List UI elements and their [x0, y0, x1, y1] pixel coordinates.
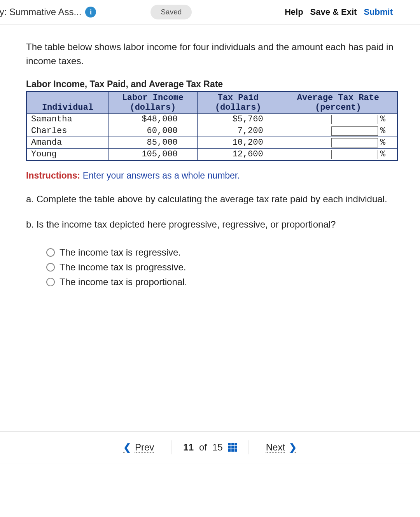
cell-tax: $5,760: [197, 114, 279, 125]
cell-rate: %: [279, 149, 397, 161]
part-a: a. Complete the table above by calculati…: [26, 193, 398, 206]
table-row: Samantha$48,000$5,760%: [27, 114, 398, 125]
cell-income: 105,000: [108, 149, 197, 161]
cell-name: Young: [27, 149, 108, 161]
percent-symbol: %: [380, 114, 385, 124]
percent-symbol: %: [380, 126, 385, 136]
rate-input[interactable]: [331, 115, 378, 124]
col-rate: Average Tax Rate(percent): [279, 92, 397, 114]
page-indicator[interactable]: 11 of 15: [171, 440, 248, 454]
instructions-text: Enter your answers as a whole number.: [80, 170, 240, 181]
option-label: The income tax is regressive.: [60, 247, 181, 258]
grid-icon: [228, 443, 237, 452]
radio-icon: [46, 278, 55, 286]
cell-rate: %: [279, 114, 397, 125]
help-button[interactable]: Help: [285, 7, 303, 17]
instructions: Instructions: Enter your answers as a wh…: [26, 170, 398, 181]
cell-name: Samantha: [27, 114, 108, 125]
rate-input[interactable]: [331, 126, 378, 136]
cell-rate: %: [279, 125, 397, 137]
col-income: Labor Income(dollars): [108, 92, 197, 114]
assignment-title-area: ply: Summative Ass... i: [0, 7, 96, 18]
col-tax: Tax Paid(dollars): [197, 92, 279, 114]
info-icon[interactable]: i: [85, 7, 96, 18]
table-header-row: Individual Labor Income(dollars) Tax Pai…: [27, 92, 398, 114]
top-actions: Help Save & Exit Submit: [285, 7, 420, 17]
table-row: Charles60,0007,200%: [27, 125, 398, 137]
chevron-right-icon: ❯: [289, 442, 297, 453]
rate-input[interactable]: [331, 138, 378, 147]
top-bar: ply: Summative Ass... i Saved Help Save …: [0, 0, 420, 25]
cell-tax: 10,200: [197, 137, 279, 149]
radio-icon: [46, 263, 55, 272]
table-row: Amanda85,00010,200%: [27, 137, 398, 149]
col-individual: Individual: [27, 92, 108, 114]
cell-name: Amanda: [27, 137, 108, 149]
submit-button[interactable]: Submit: [364, 7, 393, 17]
option[interactable]: The income tax is regressive.: [46, 247, 398, 258]
assignment-title: ply: Summative Ass...: [0, 7, 81, 18]
cell-income: 85,000: [108, 137, 197, 149]
table-title: Labor Income, Tax Paid, and Average Tax …: [26, 79, 398, 89]
next-button[interactable]: Next ❯: [254, 440, 308, 454]
data-table: Individual Labor Income(dollars) Tax Pai…: [26, 91, 398, 161]
question-content: The table below shows labor income for f…: [4, 25, 420, 307]
cell-rate: %: [279, 137, 397, 149]
page-total: 15: [212, 442, 223, 453]
instructions-label: Instructions:: [26, 170, 80, 181]
page-current: 11: [183, 442, 194, 453]
saved-indicator: Saved: [150, 5, 192, 19]
bottom-nav: ❮ Prev 11 of 15 Next ❯: [0, 431, 420, 463]
option[interactable]: The income tax is proportional.: [46, 277, 398, 287]
options-group: The income tax is regressive.The income …: [46, 247, 398, 287]
option-label: The income tax is progressive.: [60, 262, 186, 273]
page-of: of: [199, 442, 207, 453]
percent-symbol: %: [380, 138, 385, 147]
percent-symbol: %: [380, 149, 385, 159]
option[interactable]: The income tax is progressive.: [46, 262, 398, 273]
option-label: The income tax is proportional.: [60, 277, 187, 287]
prev-button[interactable]: ❮ Prev: [112, 440, 166, 454]
cell-tax: 12,600: [197, 149, 279, 161]
cell-income: 60,000: [108, 125, 197, 137]
part-b: b. Is the income tax depicted here progr…: [26, 218, 398, 231]
table-row: Young105,00012,600%: [27, 149, 398, 161]
cell-income: $48,000: [108, 114, 197, 125]
save-exit-button[interactable]: Save & Exit: [310, 7, 357, 17]
radio-icon: [46, 248, 55, 257]
question-intro: The table below shows labor income for f…: [26, 40, 398, 68]
cell-tax: 7,200: [197, 125, 279, 137]
cell-name: Charles: [27, 125, 108, 137]
rate-input[interactable]: [331, 150, 378, 159]
chevron-left-icon: ❮: [123, 442, 131, 453]
